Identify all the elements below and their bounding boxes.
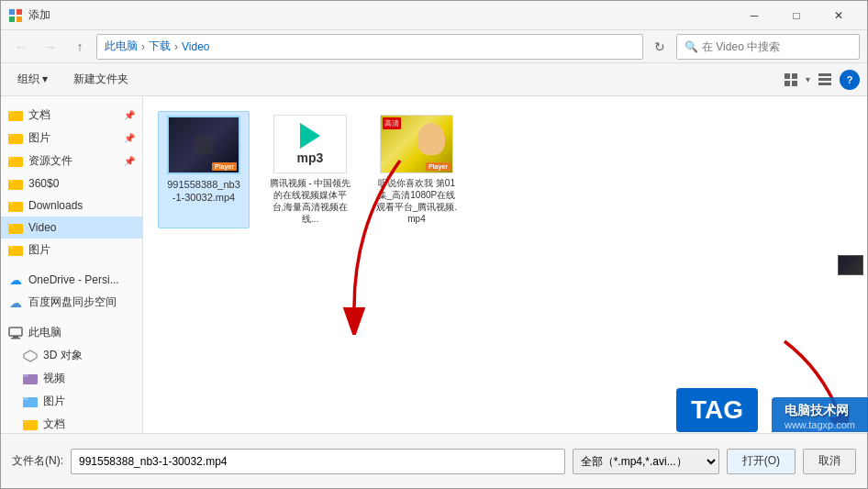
minimize-button[interactable]: ─ — [733, 1, 775, 30]
help-button[interactable]: ? — [840, 70, 860, 90]
sidebar-label-pictures3: 图片 — [43, 394, 65, 409]
watermark-tagxp: 电脑技术网 — [785, 403, 855, 419]
view-buttons: ▾ ? — [778, 67, 860, 93]
svg-rect-7 — [792, 81, 797, 86]
video2-icon — [23, 372, 38, 386]
back-button[interactable]: ← — [8, 34, 34, 60]
new-folder-button[interactable]: 新建文件夹 — [64, 67, 138, 93]
sidebar-label-3d: 3D 对象 — [43, 348, 83, 363]
forward-button[interactable]: → — [38, 34, 63, 60]
address-bar: ← → ↑ 此电脑 › 下载 › Video ↻ 🔍 — [1, 30, 867, 63]
toolbar: 组织 ▾ 新建文件夹 ▾ ? — [1, 63, 867, 96]
cancel-button[interactable]: 取消 — [803, 449, 856, 474]
watermark-overlay: 电脑技术网 www.tagxp.com — [772, 397, 868, 432]
pictures2-icon — [8, 243, 23, 258]
onedrive-icon: ☁ — [8, 272, 23, 287]
video-folder-icon — [8, 220, 23, 235]
file-item-3[interactable]: 高清 Player 听说你喜欢我 第01集_高清1080P在线观看平台_腾讯视频… — [371, 111, 462, 228]
sidebar-item-baidu[interactable]: ☁ 百度网盘同步空间 — [1, 291, 142, 314]
sidebar-label-documents: 文档 — [28, 107, 50, 123]
sidebar-item-downloads[interactable]: Downloads — [1, 194, 142, 217]
search-input[interactable] — [702, 40, 851, 53]
svg-rect-24 — [8, 246, 14, 249]
pictures-icon — [8, 131, 23, 146]
close-button[interactable]: ✕ — [818, 1, 860, 30]
play-triangle-icon — [300, 123, 320, 149]
filename-input[interactable] — [71, 449, 565, 474]
360s0-icon — [8, 176, 23, 191]
svg-rect-34 — [23, 420, 28, 423]
baidu-icon: ☁ — [8, 295, 23, 310]
player-badge-3: Player — [426, 162, 451, 171]
sidebar-label-thispc: 此电脑 — [28, 325, 61, 340]
sidebar-item-pictures3[interactable]: 图片 — [1, 390, 142, 413]
svg-rect-20 — [8, 202, 14, 205]
sidebar-item-resources[interactable]: 资源文件 📌 — [1, 150, 142, 172]
svg-rect-12 — [8, 111, 14, 114]
file-thumb-1: Player — [167, 116, 240, 174]
file-label-1: 991558388_nb3-1-30032.mp4 — [167, 178, 240, 205]
sidebar-item-documents[interactable]: 文档 📌 — [1, 104, 142, 127]
svg-rect-27 — [11, 338, 20, 339]
sidebar-item-360s0[interactable]: 360$0 — [1, 172, 142, 194]
organize-button[interactable]: 组织 ▾ — [8, 67, 57, 93]
sidebar-item-video2[interactable]: 视频 — [1, 367, 142, 390]
svg-rect-4 — [785, 73, 790, 79]
pin-icon-pictures: 📌 — [124, 133, 135, 143]
downloads-icon — [8, 198, 23, 213]
sidebar-item-pictures[interactable]: 图片 📌 — [1, 127, 142, 150]
svg-rect-1 — [17, 9, 22, 15]
bottom-bar: 文件名(N): 全部（*.mp4,*.avi...） 打开(O) 取消 — [1, 433, 867, 488]
resources-icon — [8, 154, 23, 169]
breadcrumb-thispc[interactable]: 此电脑 — [105, 39, 138, 54]
open-button[interactable]: 打开(O) — [727, 449, 796, 474]
breadcrumb[interactable]: 此电脑 › 下载 › Video — [96, 34, 643, 60]
sidebar: 文档 📌 图片 📌 资源文件 📌 — [1, 96, 143, 433]
filename-label: 文件名(N): — [12, 453, 63, 469]
sidebar-item-pictures2[interactable]: 图片 — [1, 239, 142, 261]
sidebar-item-docs2[interactable]: 文档 — [1, 413, 142, 433]
search-icon: 🔍 — [684, 40, 698, 53]
file-thumb-3: 高清 Player — [380, 115, 453, 173]
breadcrumb-downloads[interactable]: 下载 — [149, 39, 171, 54]
sidebar-item-3d[interactable]: 3D 对象 — [1, 344, 142, 367]
file-item-1[interactable]: Player 991558388_nb3-1-30032.mp4 — [158, 111, 250, 228]
view-grid-button[interactable] — [778, 67, 804, 93]
sidebar-label-video2: 视频 — [43, 371, 65, 386]
sidebar-label-pictures2: 图片 — [28, 242, 50, 258]
docs2-icon — [23, 417, 38, 432]
sidebar-item-onedrive[interactable]: ☁ OneDrive - Persi... — [1, 269, 142, 291]
svg-rect-0 — [9, 9, 15, 15]
svg-rect-18 — [8, 180, 14, 183]
3d-icon — [23, 349, 38, 363]
sidebar-label-resources: 资源文件 — [28, 153, 72, 169]
sidebar-item-video[interactable]: Video — [1, 217, 142, 239]
search-box[interactable]: 🔍 — [676, 34, 860, 60]
sidebar-label-downloads: Downloads — [28, 199, 83, 212]
view-detail-button[interactable] — [812, 67, 838, 93]
sidebar-label-baidu: 百度网盘同步空间 — [28, 295, 117, 310]
up-button[interactable]: ↑ — [67, 34, 93, 60]
sidebar-label-360s0: 360$0 — [28, 177, 59, 190]
sidebar-item-thispc[interactable]: 此电脑 — [1, 321, 142, 344]
pictures3-icon — [23, 395, 38, 409]
filetype-select[interactable]: 全部（*.mp4,*.avi...） — [573, 449, 719, 474]
svg-rect-6 — [785, 81, 790, 86]
svg-rect-30 — [23, 374, 28, 377]
file-item-2[interactable]: mp3 腾讯视频 - 中国领先的在线视频媒体平台,海量高清视频在线... — [264, 111, 356, 228]
svg-rect-10 — [818, 83, 831, 85]
window-controls: ─ □ ✕ — [733, 1, 860, 30]
maximize-button[interactable]: □ — [775, 1, 818, 30]
sidebar-label-video: Video — [28, 221, 56, 234]
file-label-2: 腾讯视频 - 中国领先的在线视频媒体平台,海量高清视频在线... — [268, 177, 352, 225]
svg-rect-9 — [818, 78, 831, 81]
player-badge: Player — [212, 162, 237, 171]
thispc-icon — [8, 326, 23, 340]
refresh-button[interactable]: ↻ — [647, 34, 673, 60]
svg-marker-28 — [24, 350, 37, 361]
svg-rect-8 — [818, 73, 831, 76]
view-dropdown-icon[interactable]: ▾ — [806, 74, 810, 84]
svg-rect-22 — [8, 224, 14, 227]
window-icon — [8, 8, 23, 23]
breadcrumb-video[interactable]: Video — [182, 40, 209, 53]
